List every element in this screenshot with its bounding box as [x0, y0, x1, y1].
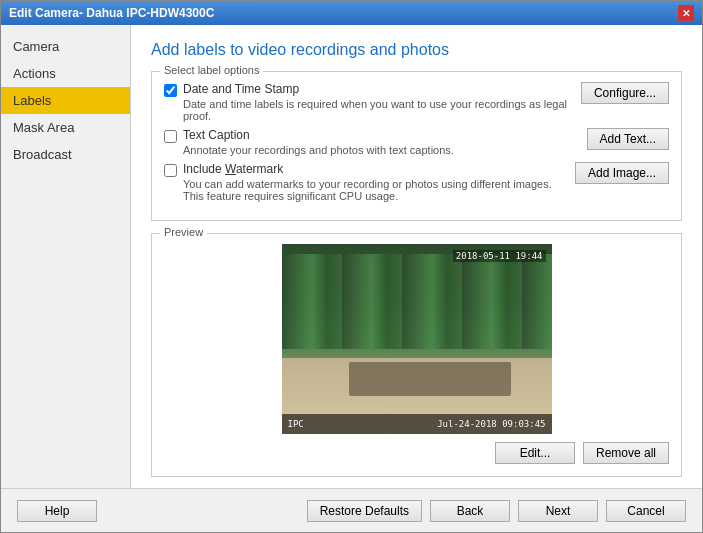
- sidebar-item-actions[interactable]: Actions: [1, 60, 130, 87]
- checkbox-watermark[interactable]: [164, 164, 177, 177]
- preview-ipc-label: IPC: [288, 419, 304, 429]
- configure-button[interactable]: Configure...: [581, 82, 669, 104]
- option-datetime-content: Date and Time Stamp Date and time labels…: [183, 82, 571, 122]
- cancel-button[interactable]: Cancel: [606, 500, 686, 522]
- option-row-datetime: Date and Time Stamp Date and time labels…: [164, 82, 669, 122]
- sidebar-item-camera[interactable]: Camera: [1, 33, 130, 60]
- content-area: Camera Actions Labels Mask Area Broadcas…: [1, 25, 702, 488]
- title-bar: Edit Camera- Dahua IPC-HDW4300C ✕: [1, 1, 702, 25]
- sidebar-item-mask-area[interactable]: Mask Area: [1, 114, 130, 141]
- main-window: Edit Camera- Dahua IPC-HDW4300C ✕ Camera…: [0, 0, 703, 533]
- preview-group: Preview 2018-05-11 19:44 IPC Jul-24-2018…: [151, 233, 682, 477]
- preview-trees: [282, 254, 552, 349]
- option-watermark-content: Include Watermark You can add watermarks…: [183, 162, 565, 202]
- preview-datetime-label: Jul-24-2018 09:03:45: [437, 419, 545, 429]
- configure-btn-wrapper: Configure...: [581, 82, 669, 104]
- option-datetime-label: Date and Time Stamp: [183, 82, 571, 96]
- page-title: Add labels to video recordings and photo…: [151, 41, 682, 59]
- option-datetime-desc: Date and time labels is required when yo…: [183, 98, 571, 122]
- preview-controls: Edit... Remove all: [164, 442, 669, 464]
- option-text-caption-label: Text Caption: [183, 128, 577, 142]
- preview-scene: [282, 244, 552, 434]
- option-watermark-inner: Include Watermark You can add watermarks…: [164, 162, 565, 202]
- footer-left: Help: [17, 500, 97, 522]
- main-panel: Add labels to video recordings and photo…: [131, 25, 702, 488]
- edit-button[interactable]: Edit...: [495, 442, 575, 464]
- remove-all-button[interactable]: Remove all: [583, 442, 669, 464]
- label-options-group: Select label options Date and Time Stamp…: [151, 71, 682, 221]
- preview-timestamp: 2018-05-11 19:44: [453, 250, 546, 262]
- option-watermark-label: Include Watermark: [183, 162, 565, 176]
- preview-legend: Preview: [160, 226, 207, 238]
- sidebar-item-labels[interactable]: Labels: [1, 87, 130, 114]
- window-title: Edit Camera- Dahua IPC-HDW4300C: [9, 6, 214, 20]
- checkbox-text-caption[interactable]: [164, 130, 177, 143]
- sidebar: Camera Actions Labels Mask Area Broadcas…: [1, 25, 131, 488]
- footer: Help Restore Defaults Back Next Cancel: [1, 488, 702, 532]
- sidebar-item-broadcast[interactable]: Broadcast: [1, 141, 130, 168]
- add-image-button[interactable]: Add Image...: [575, 162, 669, 184]
- next-button[interactable]: Next: [518, 500, 598, 522]
- footer-right: Restore Defaults Back Next Cancel: [307, 500, 686, 522]
- option-text-caption-desc: Annotate your recordings and photos with…: [183, 144, 577, 156]
- option-datetime-inner: Date and Time Stamp Date and time labels…: [164, 82, 571, 122]
- help-button[interactable]: Help: [17, 500, 97, 522]
- add-text-button[interactable]: Add Text...: [587, 128, 669, 150]
- back-button[interactable]: Back: [430, 500, 510, 522]
- preview-camera-image: 2018-05-11 19:44 IPC Jul-24-2018 09:03:4…: [282, 244, 552, 434]
- checkbox-datetime[interactable]: [164, 84, 177, 97]
- option-text-caption-content: Text Caption Annotate your recordings an…: [183, 128, 577, 156]
- close-button[interactable]: ✕: [678, 5, 694, 21]
- preview-bottom-bar: IPC Jul-24-2018 09:03:45: [282, 414, 552, 434]
- add-image-btn-wrapper: Add Image...: [575, 162, 669, 184]
- option-text-caption-inner: Text Caption Annotate your recordings an…: [164, 128, 577, 156]
- label-options-legend: Select label options: [160, 64, 263, 76]
- preview-table: [349, 362, 511, 396]
- option-row-text-caption: Text Caption Annotate your recordings an…: [164, 128, 669, 156]
- restore-defaults-button[interactable]: Restore Defaults: [307, 500, 422, 522]
- option-watermark-desc: You can add watermarks to your recording…: [183, 178, 565, 202]
- option-row-watermark: Include Watermark You can add watermarks…: [164, 162, 669, 202]
- add-text-btn-wrapper: Add Text...: [587, 128, 669, 150]
